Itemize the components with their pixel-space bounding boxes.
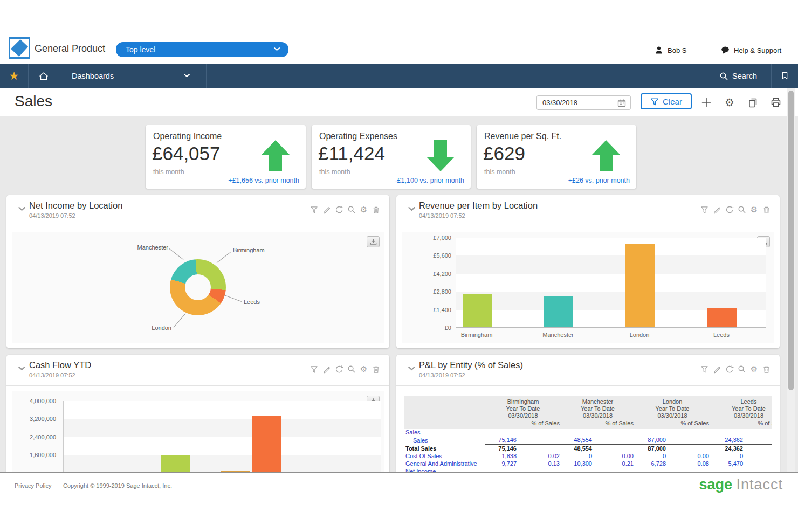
pl-row-label[interactable]: Cost Of Sales [404,452,485,460]
collapse-chevron-icon[interactable] [18,207,25,211]
collapse-chevron-icon[interactable] [408,367,415,371]
pl-cell[interactable]: 48,554 [561,436,593,444]
kpi-value: £64,057 [152,143,221,164]
report-date-input[interactable]: 03/30/2018 [536,95,631,110]
duplicate-button[interactable] [746,96,759,109]
pl-row-label[interactable]: General And Administrative [404,460,485,467]
zoom-icon[interactable] [347,205,356,214]
panel-timestamp: 04/13/2019 07:52 [419,212,465,219]
search-button[interactable]: Search [705,64,771,88]
plus-icon [701,97,712,108]
delete-icon[interactable] [762,364,771,374]
gear-icon[interactable]: ⚙ [749,205,759,214]
zoom-icon[interactable] [737,205,746,214]
clear-filter-button[interactable]: Clear [641,93,692,109]
kpi-value: £11,424 [318,143,385,164]
user-icon [655,46,663,54]
filter-icon[interactable] [309,364,319,374]
refresh-icon[interactable] [725,205,734,214]
slice-label-london: London [120,324,171,331]
print-icon [771,97,781,108]
pl-row-label[interactable]: Sales [404,436,485,444]
slice-label-leeds: Leeds [244,299,260,305]
pl-pct-header: % of Sales [667,419,710,429]
pl-cell [593,436,635,444]
panel-net-income-by-location: Net Income by Location 04/13/2019 07:52 … [6,195,389,348]
dashboard-settings-button[interactable]: ⚙ [723,96,736,109]
refresh-icon[interactable] [334,364,343,374]
dashboards-label: Dashboards [72,72,114,80]
panel-title: P&L by Entity (% of Sales) [419,360,523,370]
edit-icon[interactable] [712,364,721,374]
zoom-icon[interactable] [347,364,356,374]
bookmark-button[interactable] [771,64,798,88]
chevron-down-icon [274,47,280,51]
zoom-icon[interactable] [737,364,746,374]
panel-header: Revenue per Item by Location 04/13/2019 … [396,195,780,226]
gear-icon[interactable]: ⚙ [359,364,368,374]
print-button[interactable] [769,96,782,109]
net-income-donut[interactable] [170,259,226,315]
panel-timestamp: 04/13/2019 07:52 [29,372,75,378]
top-header: General Product Top level Bob S Help & S… [0,0,798,64]
entity-selector-dropdown[interactable]: Top level [116,42,288,57]
gear-icon: ⚙ [725,97,734,108]
pl-table-row: General And Administrative9,7270.1310,30… [404,460,772,467]
pl-cell [635,429,667,436]
dashboards-menu[interactable]: Dashboards [59,64,207,88]
y-axis-tick: 4,000,000 [30,398,56,404]
kpi-delta: +£1,656 vs. prior month [228,177,299,184]
home-button[interactable] [29,64,59,88]
add-component-button[interactable] [700,96,713,109]
pl-cell: 6,728 [635,460,667,467]
pl-row-label[interactable]: Sales [404,429,485,436]
pl-cell: 0.00 [593,452,635,460]
delete-icon[interactable] [762,205,771,214]
filter-icon[interactable] [309,205,319,214]
y-axis-tick: 1,600,000 [30,452,56,458]
user-menu[interactable]: Bob S [655,46,686,54]
refresh-icon[interactable] [725,364,734,374]
gear-icon[interactable]: ⚙ [359,205,368,214]
pl-cell[interactable]: 75,146 [485,436,518,444]
pl-cell: 0.13 [518,460,561,467]
filter-icon[interactable] [700,364,709,374]
company-logo [9,37,30,59]
panel-header: Cash Flow YTD 04/13/2019 07:52 ⚙ [6,355,389,386]
favorites-button[interactable]: ★ [0,64,29,88]
filter-icon [650,98,659,106]
edit-icon[interactable] [712,205,721,214]
pl-cell[interactable]: 24,362 [710,436,744,444]
panel-header: Net Income by Location 04/13/2019 07:52 … [6,195,389,226]
gear-icon[interactable]: ⚙ [749,364,759,374]
collapse-chevron-icon[interactable] [18,367,25,371]
pl-pct-header: % of Sales [593,419,635,429]
pl-cell [518,429,561,436]
pl-table-row: Total Sales75,14648,55487,00024,362 [404,444,772,452]
kpi-card-operating-expenses: Operating Expenses £11,424 this month -£… [312,125,471,189]
kpi-delta: -£1,100 vs. prior month [395,177,464,184]
edit-icon[interactable] [322,364,331,374]
privacy-policy-link[interactable]: Privacy Policy [15,482,51,489]
callout-line [174,313,186,328]
delete-icon[interactable] [372,205,381,214]
pl-cell: 75,146 [485,444,518,452]
calendar-icon[interactable] [617,99,626,107]
refresh-icon[interactable] [334,205,343,214]
pl-table-row: Cost Of Sales1,8380.0200.0000.000 [404,452,772,460]
pl-cell[interactable]: 87,000 [635,436,667,444]
slice-label-birmingham: Birmingham [233,247,265,253]
scrollbar-thumb[interactable] [788,91,794,390]
download-chart-button[interactable] [367,236,380,247]
bar-manchester [544,296,573,327]
filter-icon[interactable] [700,205,709,214]
help-support[interactable]: Help & Support [721,46,781,54]
panel-revenue-per-item: Revenue per Item by Location 04/13/2019 … [396,195,780,348]
kpi-delta: +£26 vs. prior month [568,177,630,184]
pl-cell [744,429,772,436]
delete-icon[interactable] [372,364,381,374]
home-icon [38,71,49,81]
edit-icon[interactable] [322,205,331,214]
trend-up-icon [262,140,290,171]
collapse-chevron-icon[interactable] [408,207,415,211]
